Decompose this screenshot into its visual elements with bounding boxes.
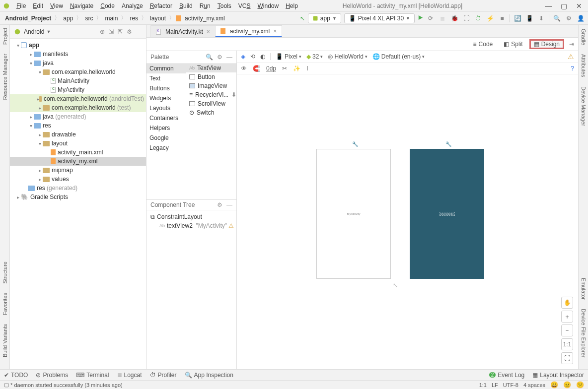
download-icon[interactable]: ⬇ bbox=[231, 91, 236, 98]
view-mode-split[interactable]: ◧Split bbox=[499, 39, 527, 49]
zoom-reset-button[interactable]: 1:1 bbox=[561, 338, 573, 350]
apply-changes-icon[interactable]: ⟳ bbox=[426, 14, 435, 23]
make-project-icon[interactable]: ↖ bbox=[300, 15, 305, 22]
palette-categories[interactable]: Common Text Buttons Widgets Layouts Cont… bbox=[147, 64, 186, 199]
device-selector[interactable]: 📱 Pixel 4 XL API 30 ▼ bbox=[344, 13, 415, 23]
tool-resource-manager-tab[interactable]: Resource Manager bbox=[2, 54, 8, 100]
warning-icon[interactable]: ⚠ bbox=[228, 222, 234, 229]
tool-structure-tab[interactable]: Structure bbox=[2, 261, 8, 284]
tool-layout-inspector[interactable]: ▦Layout Inspector bbox=[532, 372, 584, 379]
api-selector[interactable]: ◆32▾ bbox=[306, 53, 323, 60]
profiler-icon[interactable]: ⏱ bbox=[474, 14, 483, 23]
tree-java[interactable]: java bbox=[43, 60, 54, 66]
crumb-file[interactable]: activity_my.xml bbox=[183, 15, 226, 22]
settings-icon[interactable]: ⚙ bbox=[564, 14, 573, 23]
tool-terminal[interactable]: ⌨Terminal bbox=[76, 372, 109, 379]
tool-problems[interactable]: ⊘Problems bbox=[36, 372, 68, 379]
palette-cat-text[interactable]: Text bbox=[147, 73, 186, 83]
magnet-icon[interactable]: 🧲 bbox=[253, 65, 260, 72]
component-tree[interactable]: ⧉ConstraintLayout AbtextView2 "MyActivit… bbox=[147, 210, 236, 369]
menu-code[interactable]: Code bbox=[97, 2, 118, 9]
warning-icon[interactable]: ⚠ bbox=[568, 53, 574, 61]
coverage-icon[interactable]: ⛶ bbox=[462, 14, 471, 23]
settings-icon[interactable]: ⚙ bbox=[217, 201, 222, 208]
tool-event-log[interactable]: 2Event Log bbox=[489, 372, 525, 379]
tool-device-file-explorer-tab[interactable]: Device File Explorer bbox=[581, 309, 587, 357]
tree-main-activity[interactable]: MainActivity bbox=[58, 77, 89, 84]
design-preview[interactable]: MyActivity bbox=[316, 149, 391, 279]
close-tab-icon[interactable]: × bbox=[273, 28, 277, 35]
design-canvas[interactable]: 🔧 🔧 MyActivity MyActivity ⤡ ✋ ＋ － 1:1 ⛶ bbox=[237, 74, 578, 369]
menu-tools[interactable]: Tools bbox=[214, 2, 235, 9]
attributes-toggle-icon[interactable]: ⇥ bbox=[569, 41, 574, 48]
sync-gradle-icon[interactable]: 🔄 bbox=[513, 14, 522, 23]
palette-item-textview[interactable]: AbTextView bbox=[186, 64, 236, 72]
search-everywhere-icon[interactable]: 🔍 bbox=[552, 14, 561, 23]
settings-icon[interactable]: ⚙ bbox=[127, 28, 132, 35]
menu-help[interactable]: Help bbox=[282, 2, 301, 9]
crumb-app[interactable]: app bbox=[61, 15, 75, 22]
tool-profiler[interactable]: ⏱Profiler bbox=[150, 372, 177, 379]
wrench-icon[interactable]: 🔧 bbox=[445, 141, 451, 147]
tree-pkg-test[interactable]: com.example.helloworld (test) bbox=[52, 104, 131, 111]
crumb-project[interactable]: Android_Project bbox=[3, 15, 53, 22]
palette-cat-widgets[interactable]: Widgets bbox=[147, 93, 186, 103]
device-selector[interactable]: 📱Pixel▾ bbox=[276, 53, 301, 60]
palette-cat-google[interactable]: Google bbox=[147, 133, 186, 143]
menu-file[interactable]: File bbox=[13, 2, 29, 9]
tree-gradle-scripts[interactable]: Gradle Scripts bbox=[30, 194, 68, 200]
zoom-in-button[interactable]: ＋ bbox=[561, 311, 573, 323]
tree-drawable[interactable]: drawable bbox=[52, 131, 76, 138]
surface-mode-icon[interactable]: ◈ bbox=[241, 53, 245, 60]
tree-app[interactable]: app bbox=[29, 42, 39, 49]
tab-activity-my[interactable]: activity_my.xml × bbox=[215, 25, 282, 37]
view-options-icon[interactable]: 👁 bbox=[241, 65, 247, 72]
avd-manager-icon[interactable]: 📱 bbox=[525, 14, 534, 23]
palette-cat-containers[interactable]: Containers bbox=[147, 113, 186, 123]
default-margin-label[interactable]: 0dp bbox=[266, 65, 276, 72]
status-emoji-2[interactable]: 😐 bbox=[563, 381, 571, 389]
palette-cat-layouts[interactable]: Layouts bbox=[147, 103, 186, 113]
status-emoji-3[interactable]: 😕 bbox=[576, 381, 584, 389]
palette-item-scrollview[interactable]: ScrollView bbox=[186, 99, 236, 108]
hide-panel-icon[interactable]: — bbox=[226, 201, 232, 208]
user-icon[interactable]: 👤 bbox=[576, 14, 585, 23]
menu-analyze[interactable]: Analyze bbox=[118, 2, 147, 9]
palette-item-recyclerview[interactable]: ≡RecyclerVi...⬇ bbox=[186, 90, 236, 99]
project-view-selector[interactable]: Android ▼ bbox=[24, 28, 51, 35]
crumb-res[interactable]: res bbox=[128, 15, 140, 22]
help-icon[interactable]: ? bbox=[571, 65, 574, 72]
tree-my-activity[interactable]: MyActivity bbox=[58, 86, 84, 93]
tool-emulator-tab[interactable]: Emulator bbox=[581, 278, 587, 300]
tree-pkg-android-test[interactable]: com.example.helloworld (androidTest) bbox=[44, 95, 144, 102]
wrench-icon[interactable]: 🔧 bbox=[352, 141, 358, 147]
attach-debugger-icon[interactable]: ⚡ bbox=[486, 14, 495, 23]
menu-view[interactable]: View bbox=[47, 2, 67, 9]
palette-cat-helpers[interactable]: Helpers bbox=[147, 123, 186, 133]
pan-mode-button[interactable]: ✋ bbox=[561, 297, 573, 309]
ct-root[interactable]: ConstraintLayout bbox=[157, 213, 202, 220]
view-mode-code[interactable]: ≡Code bbox=[469, 39, 498, 49]
close-tab-icon[interactable]: × bbox=[207, 28, 210, 35]
view-mode-design[interactable]: ▦Design bbox=[529, 39, 564, 49]
close-button[interactable]: ✕ bbox=[576, 2, 582, 10]
menu-run[interactable]: Run bbox=[196, 2, 214, 9]
clear-constraints-icon[interactable]: ✂ bbox=[282, 65, 287, 72]
palette-cat-buttons[interactable]: Buttons bbox=[147, 83, 186, 93]
tab-main-activity[interactable]: MainActivity.kt × bbox=[150, 25, 216, 37]
tool-logcat[interactable]: ≣Logcat bbox=[117, 372, 142, 379]
tree-res[interactable]: res bbox=[43, 122, 51, 129]
status-caret[interactable]: 1:1 bbox=[479, 382, 487, 388]
resize-handle-icon[interactable]: ⤡ bbox=[393, 282, 398, 289]
palette-cat-common[interactable]: Common bbox=[147, 64, 186, 73]
palette-cat-legacy[interactable]: Legacy bbox=[147, 143, 186, 153]
crumb-main[interactable]: main bbox=[103, 15, 120, 22]
night-mode-icon[interactable]: ◐ bbox=[260, 53, 265, 60]
tree-manifests[interactable]: manifests bbox=[43, 51, 68, 58]
menu-build[interactable]: Build bbox=[176, 2, 196, 9]
project-tree[interactable]: ▾app ▸manifests ▾java ▾com.example.hello… bbox=[10, 39, 146, 369]
hide-panel-icon[interactable]: — bbox=[226, 54, 232, 61]
guidelines-icon[interactable]: Ⅰ bbox=[306, 65, 308, 72]
tool-app-inspection[interactable]: 🔍App Inspection bbox=[185, 372, 233, 379]
apply-code-changes-icon[interactable]: ≣ bbox=[438, 14, 447, 23]
